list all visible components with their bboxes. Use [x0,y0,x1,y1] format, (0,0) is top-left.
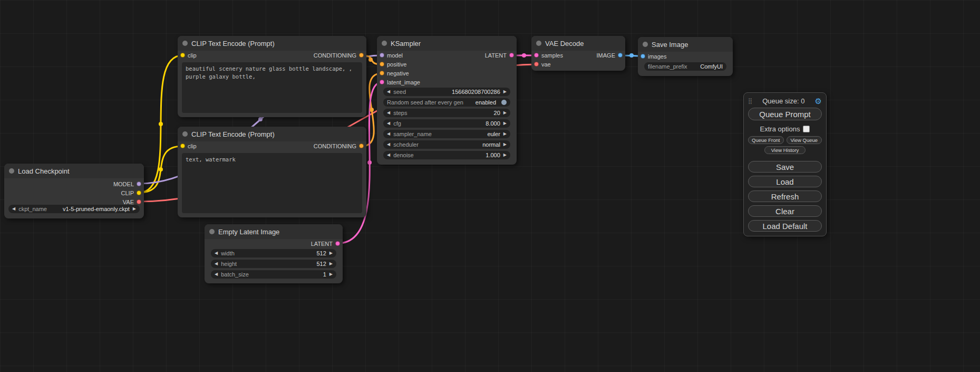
node-title-bar[interactable]: CLIP Text Encode (Prompt) [178,36,366,51]
widget-seed[interactable]: ◀ seed 156680208700286 ▶ [383,88,510,96]
left-arrow-icon[interactable]: ◀ [387,121,390,126]
link-midpoint-dot [522,53,526,58]
conditioning-port[interactable] [359,144,364,148]
right-arrow-icon[interactable]: ▶ [503,153,507,157]
input-slot-negative[interactable]: negative [377,69,456,78]
clear-button[interactable]: Clear [748,205,822,217]
left-arrow-icon[interactable]: ◀ [215,272,218,276]
node-status-dot [382,41,387,46]
conditioning-port[interactable] [380,62,384,66]
latent-port[interactable] [509,53,514,58]
toggle-indicator[interactable] [501,100,507,105]
clip-port[interactable] [180,53,185,58]
node-title-bar[interactable]: VAE Decode [531,36,625,51]
node-status-dot [9,168,14,174]
left-arrow-icon[interactable]: ◀ [387,142,390,147]
refresh-button[interactable]: Refresh [748,190,822,202]
input-slot-vae[interactable]: vae [531,60,625,69]
left-arrow-icon[interactable]: ◀ [12,207,15,211]
widget-sampler-name[interactable]: ◀ sampler_name euler ▶ [383,130,510,138]
node-save-image[interactable]: Save Image images filename_prefix ComfyU… [638,37,733,76]
input-slot-images[interactable]: images [638,52,733,61]
widget-filename-prefix[interactable]: filename_prefix ComfyUI [644,62,726,71]
left-arrow-icon[interactable]: ◀ [387,153,390,157]
view-history-button[interactable]: View History [764,146,806,154]
output-slot-conditioning[interactable]: CONDITIONING [314,143,364,149]
conditioning-port[interactable] [380,71,384,75]
node-title-bar[interactable]: KSampler [377,36,517,51]
widget-height[interactable]: ◀ height 512 ▶ [211,260,336,268]
input-slot-samples[interactable]: samples [534,52,563,59]
left-arrow-icon[interactable]: ◀ [215,251,218,255]
positive-prompt-textarea[interactable]: beautiful scenery nature glass bottle la… [182,62,362,113]
input-slot-latent-image[interactable]: latent_image [377,78,456,87]
load-button[interactable]: Load [748,176,822,187]
slot-label: IMAGE [597,52,615,59]
save-button[interactable]: Save [748,161,822,173]
latent-port[interactable] [335,241,340,246]
node-title-bar[interactable]: Empty Latent Image [205,224,343,239]
output-slot-clip[interactable]: CLIP [4,188,144,197]
node-vae-decode[interactable]: VAE Decode samples IMAGE vae [531,36,625,71]
right-arrow-icon[interactable]: ▶ [503,132,507,136]
left-arrow-icon[interactable]: ◀ [387,90,390,94]
queue-prompt-button[interactable]: Queue Prompt [748,108,822,120]
output-slot-model[interactable]: MODEL [4,179,144,188]
left-arrow-icon[interactable]: ◀ [387,111,390,115]
clip-port[interactable] [180,144,185,148]
widget-random-seed-toggle[interactable]: Random seed after every gen enabled [383,98,510,107]
right-arrow-icon[interactable]: ▶ [329,262,333,266]
slot-label: images [648,53,666,60]
view-queue-button[interactable]: View Queue [787,136,822,144]
vae-port[interactable] [137,199,141,204]
node-title-bar[interactable]: Load Checkpoint [4,164,144,178]
widget-batch-size[interactable]: ◀ batch_size 1 ▶ [211,270,336,279]
widget-steps[interactable]: ◀ steps 20 ▶ [383,109,510,117]
node-title: Empty Latent Image [218,228,279,236]
queue-front-button[interactable]: Queue Front [748,136,784,144]
right-arrow-icon[interactable]: ▶ [503,142,507,147]
right-arrow-icon[interactable]: ▶ [329,251,333,255]
image-port[interactable] [618,53,623,58]
latent-port[interactable] [380,80,384,84]
conditioning-port[interactable] [359,53,364,58]
left-arrow-icon[interactable]: ◀ [215,262,218,266]
output-slot-image[interactable]: IMAGE [597,52,623,59]
image-port[interactable] [641,54,645,59]
negative-prompt-textarea[interactable]: text, watermark [182,153,362,213]
right-arrow-icon[interactable]: ▶ [133,207,136,211]
node-load-checkpoint[interactable]: Load Checkpoint MODEL CLIP VAE ◀ ckpt_na… [4,164,144,218]
input-slot-clip[interactable]: clip [180,143,197,149]
clip-port[interactable] [137,190,141,195]
node-clip-text-encode-negative[interactable]: CLIP Text Encode (Prompt) clip CONDITION… [178,127,366,217]
node-ksampler[interactable]: KSampler model positive negative latent_… [377,36,517,165]
node-clip-text-encode-positive[interactable]: CLIP Text Encode (Prompt) clip CONDITION… [178,36,366,117]
right-arrow-icon[interactable]: ▶ [503,90,507,94]
widget-scheduler[interactable]: ◀ scheduler normal ▶ [383,140,510,149]
node-title-bar[interactable]: Save Image [638,37,733,52]
extra-options-checkbox[interactable] [803,126,810,132]
widget-width[interactable]: ◀ width 512 ▶ [211,249,336,257]
output-slot-conditioning[interactable]: CONDITIONING [314,52,364,59]
node-title-bar[interactable]: CLIP Text Encode (Prompt) [178,127,366,141]
output-slot-latent[interactable]: LATENT [459,51,517,60]
widget-denoise[interactable]: ◀ denoise 1.000 ▶ [383,151,510,159]
input-slot-positive[interactable]: positive [377,60,456,69]
vae-port[interactable] [534,62,539,66]
drag-handle-icon[interactable]: ⣿ [748,98,752,104]
node-empty-latent-image[interactable]: Empty Latent Image LATENT ◀ width 512 ▶ … [205,224,343,283]
right-arrow-icon[interactable]: ▶ [329,272,333,276]
model-port[interactable] [137,182,141,186]
load-default-button[interactable]: Load Default [748,220,822,232]
output-slot-latent[interactable]: LATENT [205,239,343,248]
left-arrow-icon[interactable]: ◀ [387,132,390,136]
right-arrow-icon[interactable]: ▶ [503,121,507,126]
model-port[interactable] [380,53,384,58]
widget-cfg[interactable]: ◀ cfg 8.000 ▶ [383,119,510,128]
gear-icon[interactable]: ⚙ [815,97,822,105]
input-slot-model[interactable]: model [377,51,456,60]
input-slot-clip[interactable]: clip [180,52,197,59]
right-arrow-icon[interactable]: ▶ [503,111,507,115]
latent-port[interactable] [534,53,539,58]
widget-ckpt-name[interactable]: ◀ ckpt_name v1-5-pruned-emaonly.ckpt ▶ [8,205,140,213]
